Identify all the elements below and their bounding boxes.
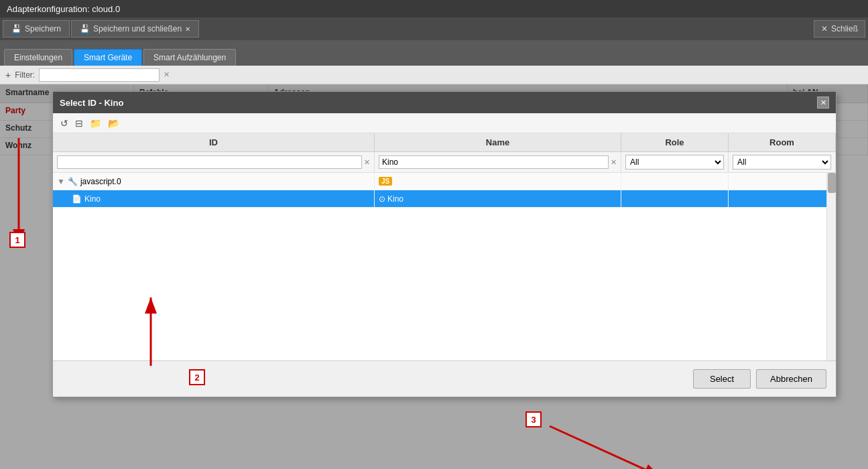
col-header-room: Room [729,133,836,151]
kino-name: Kino [387,194,404,204]
tab-smart-geraete[interactable]: Smart Geräte [74,49,142,66]
node-id-kino: Kino [84,194,101,204]
filter-add-button[interactable]: + [5,70,11,80]
save-close-button[interactable]: 💾 Speichern und schließen ✕ [71,20,199,38]
folder-open-icon[interactable]: 📂 [106,117,121,130]
room-filter-select[interactable]: All [733,155,831,170]
id-filter-input[interactable] [57,155,362,169]
filter-label: Filter: [15,70,35,80]
scrollbar[interactable] [826,173,836,360]
dialog-column-headers: ID Name Role Room [53,133,836,152]
dialog-toolbar: ↺ ⊟ 📁 📂 [53,113,836,133]
tree-row-kino[interactable]: 📄 Kino ⊙ Kino [53,190,836,208]
col-header-id: ID [53,133,375,151]
close-toolbar-button[interactable]: ✕ Schließ [814,20,865,38]
id-filter-clear[interactable]: ✕ [364,158,370,167]
kino-name-icon: ⊙ [379,194,385,204]
title-text: Adapterkonfiguration: cloud.0 [7,4,120,14]
filter-clear-button[interactable]: ✕ [164,70,170,79]
dialog-title: Select ID - Kino [60,98,123,108]
save-icon: 💾 [11,24,21,34]
filter-bar: + Filter: ✕ [0,66,868,84]
js-folder-icon: 🔧 [68,177,78,186]
node-id-javascript0: javascript.0 [80,177,121,186]
name-filter-clear[interactable]: ✕ [611,158,617,167]
select-id-dialog: Select ID - Kino ✕ ↺ ⊟ 📁 📂 ID Name Role … [52,91,836,397]
cancel-button[interactable]: Abbrechen [756,369,826,389]
dialog-tree-content[interactable]: ▼ 🔧 javascript.0 JS 📄 Kino [53,173,836,360]
folder-icon[interactable]: 📁 [88,117,103,130]
col-header-role: Role [621,133,729,151]
collapse-arrow-icon: ▼ [57,177,65,186]
file-icon: 📄 [72,194,82,204]
select-button[interactable]: Select [693,369,751,389]
col-header-name: Name [375,133,621,151]
role-filter-select[interactable]: All [625,155,724,170]
dialog-filter-row: ✕ ✕ All All [53,152,836,173]
scrollbar-thumb[interactable] [828,173,836,193]
toolbar: 💾 Speichern 💾 Speichern und schließen ✕ … [0,17,868,40]
tabs-bar: Einstellungen Smart Geräte Smart Aufzähl… [0,40,868,66]
name-filter-input[interactable] [379,155,609,169]
save-close-icon: 💾 [80,24,90,34]
dialog-footer: Select Abbrechen [53,360,836,397]
tab-smart-aufzaehlungen[interactable]: Smart Aufzählungen [143,49,236,66]
dialog-header: Select ID - Kino ✕ [53,92,836,113]
tree-row-javascript0[interactable]: ▼ 🔧 javascript.0 JS [53,173,836,190]
refresh-icon[interactable]: ↺ [58,117,70,130]
save-button[interactable]: 💾 Speichern [3,20,70,38]
dialog-close-button[interactable]: ✕ [817,96,829,109]
title-bar: Adapterkonfiguration: cloud.0 [0,0,868,17]
tab-einstellungen[interactable]: Einstellungen [4,49,72,66]
collapse-icon[interactable]: ⊟ [73,117,85,130]
js-badge: JS [379,177,392,186]
main-area: Smartname Befehle Adressen bei AN Party … [0,84,868,469]
filter-input[interactable] [39,68,160,82]
